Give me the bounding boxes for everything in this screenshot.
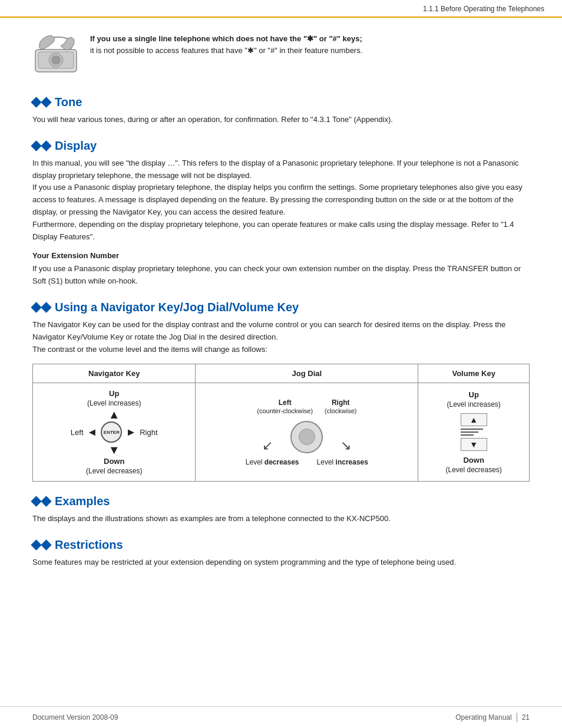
navigator-title: Using a Navigator Key/Jog Dial/Volume Ke… [55, 301, 299, 314]
tone-body: You will hear various tones, during or a… [32, 114, 530, 126]
svg-point-6 [58, 57, 59, 59]
examples-title: Examples [55, 495, 110, 508]
tone-section-heading: Tone [32, 95, 530, 109]
jog-dial-diagram: Left (counter-clockwise) Right (clockwis… [200, 398, 413, 466]
diamond7 [31, 496, 41, 507]
jog-inner [299, 429, 315, 445]
svg-point-10 [53, 62, 55, 64]
extension-number-body: If you use a Panasonic display proprieta… [32, 263, 530, 288]
vol-line1 [461, 429, 483, 430]
notice-text: If you use a single line telephone which… [90, 33, 362, 56]
page: 1.1.1 Before Operating the Telephones [0, 0, 562, 728]
diamond5 [31, 302, 41, 312]
diamond9 [31, 539, 41, 550]
diamond2 [41, 97, 51, 107]
display-title: Display [55, 139, 97, 153]
page-number: 21 [522, 713, 530, 722]
nav-down-sub: (Level decreases) [86, 467, 142, 475]
col-navigator-key: Navigator Key [33, 364, 196, 383]
vol-up-btn: ▲ [461, 413, 487, 426]
jog-dial-cell: Left (counter-clockwise) Right (clockwis… [196, 383, 418, 482]
svg-point-4 [53, 57, 55, 59]
jog-mid-row: ↙ ↘ [262, 421, 351, 453]
navigator-key-diagram: Up (Level increases) ▲ Left ◄ ENTER ► Ri… [38, 389, 190, 475]
vol-up-sub: (Level increases) [447, 400, 500, 409]
vol-lines [461, 426, 487, 438]
tone-title: Tone [55, 95, 82, 109]
vol-down-sub: (Level decreases) [445, 466, 501, 474]
page-footer: Document Version 2008-09 Operating Manua… [0, 706, 562, 728]
footer-separator [517, 713, 517, 722]
notice-box: If you use a single line telephone which… [32, 33, 530, 79]
header-title: 1.1.1 Before Operating the Telephones [423, 5, 544, 13]
jog-left-label: Left (counter-clockwise) [257, 398, 313, 415]
svg-point-11 [55, 62, 57, 64]
navigator-section-heading: Using a Navigator Key/Jog Dial/Volume Ke… [32, 301, 530, 314]
navigator-diamonds [32, 304, 50, 311]
diamond8 [41, 496, 51, 507]
jog-right-arrow-down: ↘ [340, 438, 351, 453]
footer-left: Document Version 2008-09 [32, 713, 118, 722]
svg-point-9 [58, 60, 59, 61]
vol-line2 [461, 431, 478, 433]
jog-left-arrow-down: ↙ [262, 438, 273, 453]
navigator-key-cell: Up (Level increases) ▲ Left ◄ ENTER ► Ri… [33, 383, 196, 482]
diamond4 [41, 140, 51, 151]
jog-level-decreases: Level decreases [246, 458, 299, 466]
restrictions-body: Some features may be restricted at your … [32, 556, 530, 569]
restrictions-title: Restrictions [55, 538, 123, 552]
restrictions-section-heading: Restrictions [32, 538, 530, 552]
diamond10 [41, 539, 51, 550]
volume-key-cell: Up (Level increases) ▲ ▼ [418, 383, 530, 482]
nav-lr-row: Left ◄ ENTER ► Right [71, 421, 158, 443]
jog-circle [290, 421, 323, 453]
notice-bold: If you use a single line telephone which… [90, 34, 362, 43]
vol-down-label: Down [463, 456, 484, 465]
jog-top-row: Left (counter-clockwise) Right (clockwis… [257, 398, 356, 415]
jog-level-increases: Level increases [317, 458, 368, 466]
page-content: If you use a single line telephone which… [0, 18, 562, 604]
notice-body: it is not possible to access features th… [90, 46, 362, 55]
nav-right-label: Right [140, 428, 157, 437]
nav-up-arrow: ▲ [108, 409, 120, 420]
jog-bottom-row: Level decreases Level increases [246, 458, 368, 466]
svg-point-12 [58, 62, 59, 64]
jog-right-label: Right (clockwise) [325, 398, 356, 415]
vol-line3 [461, 434, 474, 436]
nav-right-arrow: ► [125, 426, 136, 439]
restrictions-diamonds [32, 541, 50, 549]
display-section-heading: Display [32, 139, 530, 153]
svg-point-8 [55, 60, 57, 61]
col-jog-dial: Jog Dial [196, 364, 418, 383]
navigator-intro: The Navigator Key can be used for the di… [32, 319, 530, 355]
footer-right: Operating Manual 21 [455, 713, 530, 722]
nav-left-arrow: ◄ [87, 426, 98, 439]
extension-number-heading: Your Extension Number [32, 251, 530, 260]
diamond3 [31, 140, 41, 151]
enter-button-diagram: ENTER [101, 421, 122, 443]
page-header: 1.1.1 Before Operating the Telephones [0, 0, 562, 18]
nav-up-label: Up [109, 389, 119, 398]
diamond1 [31, 97, 41, 107]
navigator-table: Navigator Key Jog Dial Volume Key Up (Le… [32, 364, 530, 482]
svg-point-5 [55, 57, 57, 59]
diamond6 [41, 302, 51, 312]
volume-key-diagram: Up (Level increases) ▲ ▼ [423, 390, 524, 474]
tone-diamonds [32, 98, 50, 106]
vol-up-label: Up [469, 390, 479, 399]
col-volume-key: Volume Key [418, 364, 530, 383]
display-diamonds [32, 142, 50, 150]
footer-manual-label: Operating Manual [455, 713, 511, 722]
nav-left-label: Left [71, 428, 84, 437]
nav-down-label: Down [104, 457, 124, 466]
nav-down-arrow: ▼ [108, 444, 120, 456]
nav-up-sub: (Level increases) [87, 399, 141, 407]
display-body: In this manual, you will see "the displa… [32, 157, 530, 243]
examples-body: The displays and the illustrations shown… [32, 513, 530, 525]
examples-section-heading: Examples [32, 495, 530, 508]
examples-diamonds [32, 498, 50, 505]
vol-down-btn: ▼ [461, 438, 487, 451]
telephone-icon [32, 33, 80, 79]
svg-point-7 [53, 60, 55, 61]
vol-button-up: ▲ ▼ [461, 413, 487, 451]
